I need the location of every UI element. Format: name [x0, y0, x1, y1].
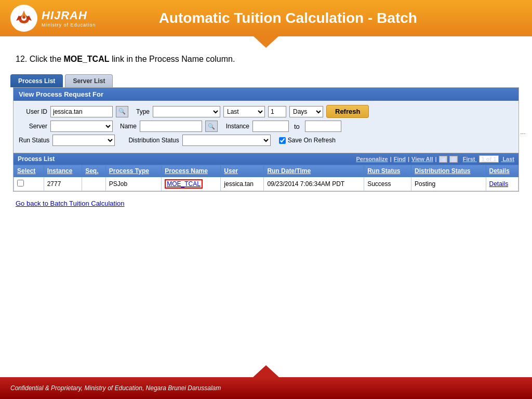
days-select[interactable]: Days	[289, 106, 323, 117]
distribution-status-label: Distribution Status	[128, 137, 179, 144]
col-seq-link[interactable]: Seq.	[85, 167, 98, 175]
col-run-datetime: Run Date/Time	[264, 165, 364, 177]
nav-icon-grid[interactable]: ⊞	[449, 156, 458, 163]
table-row: 2777 PSJob MOE_TCAL jessica.tan 09/23/20…	[14, 177, 518, 191]
logo-subtitle: Ministry of Education	[42, 22, 96, 28]
process-list-header: Process List Personalize | Find | View A…	[14, 153, 518, 165]
form-area: User ID 🔍 Type Last Days Refresh	[14, 101, 518, 153]
col-process-name-link[interactable]: Process Name	[165, 167, 208, 175]
refresh-button[interactable]: Refresh	[326, 105, 369, 118]
nav-icon-left[interactable]: ◀	[439, 156, 447, 163]
last-label[interactable]: Last	[502, 156, 514, 162]
instance-from-input[interactable]	[252, 121, 289, 132]
col-run-status: Run Status	[364, 165, 411, 177]
cell-details: Details	[486, 177, 518, 191]
name-input[interactable]	[140, 121, 202, 132]
instruction-before: Click the	[30, 55, 64, 63]
user-id-label: User ID	[19, 108, 47, 115]
logo-area: HIJRAH Ministry of Education	[10, 5, 96, 32]
run-status-select[interactable]	[52, 135, 115, 146]
logo-svg	[14, 8, 34, 29]
first-label[interactable]: First	[463, 156, 475, 162]
instance-to-label: to	[294, 123, 300, 130]
col-user: User	[221, 165, 264, 177]
header: HIJRAH Ministry of Education Automatic T…	[0, 0, 532, 36]
col-instance: Instance	[44, 165, 82, 177]
logo-text-area: HIJRAH Ministry of Education	[42, 9, 96, 28]
main-content: 12. Click the MOE_TCAL link in the Proce…	[0, 36, 532, 369]
form-row-1: User ID 🔍 Type Last Days Refresh	[19, 105, 513, 118]
process-list-nav: Personalize | Find | View All | ◀ ⊞ Firs…	[356, 156, 515, 163]
cell-process-type: PSJob	[105, 177, 161, 191]
save-on-refresh-checkbox[interactable]	[279, 137, 286, 144]
bottom-bubble	[253, 365, 279, 377]
step-number: 12.	[16, 55, 27, 63]
tabs-bar: Process List Server List	[10, 74, 522, 87]
cell-run-status: Success	[364, 177, 411, 191]
corner-dots: …	[520, 129, 526, 135]
days-num-input[interactable]	[268, 106, 286, 117]
cell-select	[14, 177, 44, 191]
col-distribution-status-link[interactable]: Distribution Status	[415, 167, 470, 175]
cell-seq	[82, 177, 106, 191]
run-status-label: Run Status	[19, 137, 49, 144]
col-run-datetime-link[interactable]: Run Date/Time	[267, 167, 311, 175]
footer-text: Confidential & Proprietary, Ministry of …	[10, 384, 221, 392]
server-select[interactable]	[50, 121, 113, 132]
personalize-link[interactable]: Personalize	[356, 156, 388, 162]
col-instance-link[interactable]: Instance	[47, 167, 73, 175]
form-row-3: Run Status Distribution Status Save On R…	[19, 135, 513, 146]
col-user-link[interactable]: User	[224, 167, 238, 175]
col-process-type-link[interactable]: Process Type	[109, 167, 149, 175]
user-id-input[interactable]	[50, 106, 113, 117]
cell-process-name: MOE_TCAL	[162, 177, 221, 191]
name-label: Name	[116, 123, 137, 130]
server-label: Server	[19, 123, 47, 130]
find-link[interactable]: Find	[394, 156, 406, 162]
col-seq: Seq.	[82, 165, 106, 177]
col-distribution-status: Distribution Status	[411, 165, 486, 177]
tab-server-list[interactable]: Server List	[65, 74, 113, 87]
cell-distribution-status: Posting	[411, 177, 486, 191]
process-list-title: Process List	[18, 155, 55, 163]
cell-instance: 2777	[44, 177, 82, 191]
panel-container: Process List Server List View Process Re…	[10, 74, 522, 192]
process-table: Select Instance Seq. Process Type Proces…	[14, 165, 518, 191]
go-back-link[interactable]: Go back to Batch Tuition Calculation	[16, 200, 125, 207]
col-process-name: Process Name	[162, 165, 221, 177]
instance-label: Instance	[221, 123, 249, 130]
instance-to-input[interactable]	[305, 121, 341, 132]
save-on-refresh-label: Save On Refresh	[288, 137, 336, 144]
row-checkbox[interactable]	[17, 180, 24, 187]
col-select-link[interactable]: Select	[17, 167, 35, 175]
distribution-status-select[interactable]	[182, 135, 271, 146]
name-search-button[interactable]: 🔍	[205, 121, 218, 132]
panel-body: View Process Request For User ID 🔍 Type …	[13, 87, 519, 192]
details-link[interactable]: Details	[489, 180, 509, 188]
col-details: Details	[486, 165, 518, 177]
section-header: View Process Request For	[14, 88, 518, 101]
type-select[interactable]	[153, 106, 220, 117]
moe-tcal-link[interactable]: MOE_TCAL	[165, 179, 203, 189]
instruction-highlight: MOE_TCAL	[64, 55, 110, 63]
col-details-link[interactable]: Details	[489, 167, 510, 175]
tab-process-list[interactable]: Process List	[10, 74, 63, 87]
header-bubble	[253, 36, 279, 48]
last-select[interactable]: Last	[223, 106, 265, 117]
view-all-link[interactable]: View All	[411, 156, 433, 162]
logo-circle	[10, 5, 37, 32]
page-info: 1 of 1	[479, 155, 499, 163]
type-label: Type	[131, 108, 150, 115]
svg-point-5	[22, 16, 25, 19]
instruction-after: link in the Process Name column.	[112, 55, 235, 63]
logo-name: HIJRAH	[42, 9, 87, 22]
form-row-2: Server Name 🔍 Instance to	[19, 121, 513, 132]
col-process-type: Process Type	[105, 165, 161, 177]
col-run-status-link[interactable]: Run Status	[367, 167, 400, 175]
instruction-text: 12. Click the MOE_TCAL link in the Proce…	[10, 55, 522, 64]
go-back-area: Go back to Batch Tuition Calculation	[10, 200, 522, 207]
col-select: Select	[14, 165, 44, 177]
cell-run-datetime: 09/23/2014 7:06:34AM PDT	[264, 177, 364, 191]
user-id-search-button[interactable]: 🔍	[116, 106, 128, 117]
header-title: Automatic Tuition Calculation - Batch	[96, 10, 480, 26]
